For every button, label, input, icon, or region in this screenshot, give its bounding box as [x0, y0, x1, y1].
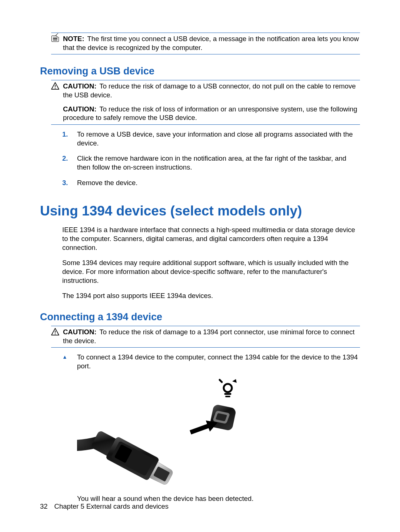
- caution-body-text: To reduce the risk of damage to a USB co…: [63, 82, 356, 99]
- caution-label: CAUTION:: [63, 328, 96, 336]
- caution-icon: [51, 328, 59, 336]
- caution-callout: CAUTION:To reduce the risk of damage to …: [51, 80, 360, 124]
- triangle-bullet-icon: ▲: [62, 354, 70, 361]
- cable-illustration: [77, 378, 247, 489]
- step-text: Click the remove hardware icon in the no…: [77, 154, 360, 171]
- step-number: 1.: [62, 130, 70, 139]
- chapter-title: Chapter 5 External cards and devices: [54, 502, 169, 511]
- caution-body-text: To reduce the risk of loss of informatio…: [63, 105, 357, 122]
- step-text: Remove the device.: [77, 178, 138, 187]
- connect-step: ▲ To connect a 1394 device to the comput…: [62, 353, 360, 370]
- step-number: 2.: [62, 154, 70, 163]
- paragraph: The 1394 port also supports IEEE 1394a d…: [62, 291, 360, 300]
- note-text: NOTE:The first time you connect a USB de…: [63, 34, 360, 52]
- svg-line-5: [220, 380, 222, 382]
- divider: [51, 124, 360, 125]
- caution-label: CAUTION:: [63, 82, 96, 90]
- svg-point-3: [55, 334, 56, 334]
- after-image-text-block: You will hear a sound when the device ha…: [62, 494, 360, 503]
- step-item: 2. Click the remove hardware icon in the…: [62, 154, 360, 171]
- caution-text-block: CAUTION:To reduce the risk of damage to …: [63, 328, 360, 345]
- svg-point-1: [55, 88, 56, 88]
- note-body-text: The first time you connect a USB device,…: [63, 35, 359, 51]
- heading-removing-usb: Removing a USB device: [40, 66, 360, 77]
- caution-callout: CAUTION:To reduce the risk of damage to …: [51, 326, 360, 347]
- connect-step-text: To connect a 1394 device to the computer…: [77, 353, 360, 370]
- note-label: NOTE:: [63, 35, 84, 43]
- step-item: 3. Remove the device.: [62, 178, 360, 187]
- step-number: 3.: [62, 178, 70, 187]
- page-footer: 32 Chapter 5 External cards and devices: [40, 502, 169, 511]
- caution-label: CAUTION:: [63, 105, 96, 113]
- paragraph: IEEE 1394 is a hardware interface that c…: [62, 225, 360, 252]
- heading-connecting-1394: Connecting a 1394 device: [40, 311, 360, 323]
- divider: [51, 347, 360, 348]
- paragraph: Some 1394 devices may require additional…: [62, 258, 360, 285]
- page: NOTE:The first time you connect a USB de…: [0, 0, 400, 532]
- after-image-text: You will hear a sound when the device ha…: [77, 494, 360, 503]
- note-callout: NOTE:The first time you connect a USB de…: [51, 33, 360, 54]
- note-icon: [51, 34, 59, 43]
- caution-icon: [51, 82, 59, 90]
- remove-steps-list: 1. To remove a USB device, save your inf…: [62, 130, 360, 187]
- caution-text-block: CAUTION:To reduce the risk of damage to …: [63, 82, 360, 122]
- divider: [51, 54, 360, 54]
- page-number: 32: [40, 502, 48, 511]
- svg-point-4: [224, 384, 232, 392]
- caution-body-text: To reduce the risk of damage to a 1394 p…: [63, 328, 354, 345]
- main-body: IEEE 1394 is a hardware interface that c…: [62, 225, 360, 300]
- step-text: To remove a USB device, save your inform…: [77, 130, 360, 147]
- heading-using-1394: Using 1394 devices (select models only): [40, 203, 360, 219]
- content-area: NOTE:The first time you connect a USB de…: [40, 33, 360, 503]
- step-item: 1. To remove a USB device, save your inf…: [62, 130, 360, 147]
